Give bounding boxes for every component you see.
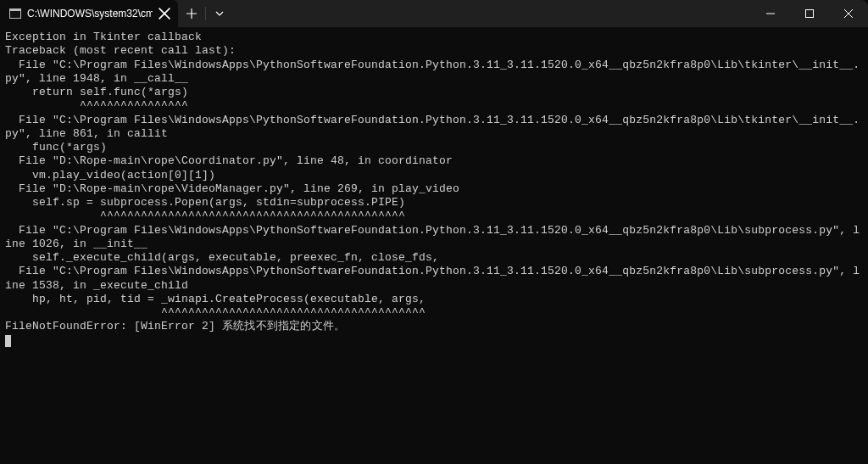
terminal-cursor-line: [5, 334, 863, 348]
tab-close-button[interactable]: [158, 7, 171, 20]
terminal-line: File "C:\Program Files\WindowsApps\Pytho…: [5, 114, 863, 142]
minimize-icon: [766, 9, 775, 18]
window-controls: [751, 0, 868, 27]
new-tab-button[interactable]: [178, 0, 205, 27]
close-icon: [844, 9, 853, 18]
terminal-line: vm.play_video(action[0][1]): [5, 169, 863, 182]
window-close-button[interactable]: [829, 0, 868, 27]
terminal-line: FileNotFoundError: [WinError 2] 系统找不到指定的…: [5, 320, 863, 333]
terminal-line: return self.func(*args): [5, 86, 863, 99]
terminal-line: ^^^^^^^^^^^^^^^^: [5, 99, 863, 113]
terminal-line: Exception in Tkinter callback: [5, 31, 863, 44]
terminal-tab[interactable]: C:\WINDOWS\system32\cmd.: [0, 0, 178, 27]
window-titlebar: C:\WINDOWS\system32\cmd.: [0, 0, 868, 27]
terminal-line: File "D:\Rope-main\rope\VideoManager.py"…: [5, 182, 863, 196]
terminal-line: File "C:\Program Files\WindowsApps\Pytho…: [5, 224, 863, 252]
maximize-icon: [805, 9, 814, 18]
terminal-line: File "C:\Program Files\WindowsApps\Pytho…: [5, 59, 863, 87]
terminal-line: File "D:\Rope-main\rope\Coordinator.py",…: [5, 154, 863, 168]
minimize-button[interactable]: [751, 0, 790, 27]
terminal-line: File "C:\Program Files\WindowsApps\Pytho…: [5, 265, 863, 293]
terminal-line: ^^^^^^^^^^^^^^^^^^^^^^^^^^^^^^^^^^^^^^^: [5, 306, 863, 320]
plus-icon: [186, 8, 197, 19]
titlebar-left-group: C:\WINDOWS\system32\cmd.: [0, 0, 233, 27]
cmd-icon: [8, 7, 22, 20]
tab-dropdown-button[interactable]: [206, 0, 233, 27]
terminal-cursor: [5, 335, 11, 347]
terminal-line: self.sp = subprocess.Popen(args, stdin=s…: [5, 196, 863, 210]
chevron-down-icon: [215, 9, 224, 18]
terminal-line: func(*args): [5, 141, 863, 154]
terminal-line: hp, ht, pid, tid = _winapi.CreateProcess…: [5, 293, 863, 306]
terminal-output[interactable]: Exception in Tkinter callbackTraceback (…: [0, 27, 868, 351]
terminal-line: Traceback (most recent call last):: [5, 44, 863, 58]
terminal-line: ^^^^^^^^^^^^^^^^^^^^^^^^^^^^^^^^^^^^^^^^…: [5, 210, 863, 223]
maximize-button[interactable]: [790, 0, 829, 27]
close-icon: [158, 7, 171, 20]
svg-rect-5: [806, 10, 814, 18]
terminal-line: self._execute_child(args, executable, pr…: [5, 251, 863, 265]
tab-title: C:\WINDOWS\system32\cmd.: [27, 8, 153, 20]
